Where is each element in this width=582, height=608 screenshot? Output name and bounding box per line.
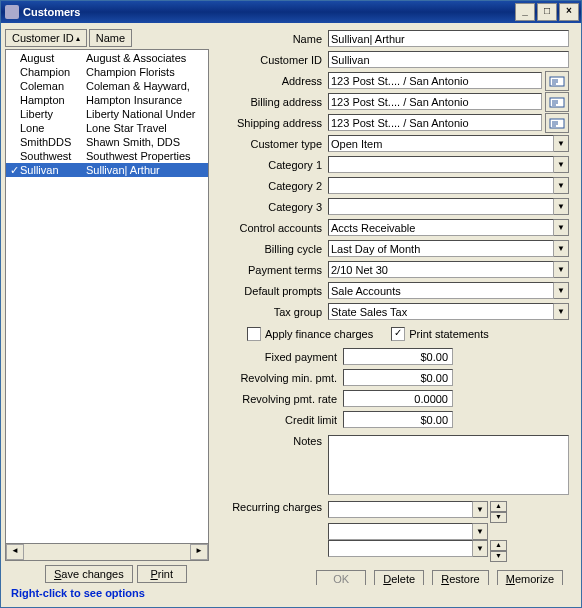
- list-item[interactable]: [6, 177, 208, 191]
- category3-input[interactable]: [328, 198, 554, 215]
- list-name: Coleman & Hayward,: [86, 79, 206, 93]
- recurring-down2-button[interactable]: ▼: [490, 551, 507, 562]
- recurring-up-button[interactable]: ▲: [490, 501, 507, 512]
- list-name: Liberty National Under: [86, 107, 206, 121]
- billing-detail-button[interactable]: [545, 92, 569, 112]
- scroll-left-button[interactable]: ◄: [6, 544, 24, 560]
- revolving-rate-label: Revolving pmt. rate: [217, 393, 343, 405]
- list-item[interactable]: SouthwestSouthwest Properties: [6, 149, 208, 163]
- control-accounts-combo[interactable]: ▼: [328, 219, 569, 236]
- list-item[interactable]: AugustAugust & Associates: [6, 51, 208, 65]
- control-accounts-dropdown-icon[interactable]: ▼: [554, 219, 569, 236]
- category2-input[interactable]: [328, 177, 554, 194]
- customer-type-dropdown-icon[interactable]: ▼: [554, 135, 569, 152]
- list-item[interactable]: SmithDDSShawn Smith, DDS: [6, 135, 208, 149]
- recurring-charge-2-combo[interactable]: ▼: [328, 523, 488, 540]
- revolving-min-field[interactable]: [343, 369, 453, 386]
- customer-type-input[interactable]: [328, 135, 554, 152]
- payment-terms-combo[interactable]: ▼: [328, 261, 569, 278]
- save-changes-button[interactable]: Save changes: [45, 565, 133, 583]
- customer-type-combo[interactable]: ▼: [328, 135, 569, 152]
- credit-limit-field[interactable]: [343, 411, 453, 428]
- list-item[interactable]: LibertyLiberty National Under: [6, 107, 208, 121]
- address-detail-button[interactable]: [545, 71, 569, 91]
- category1-combo[interactable]: ▼: [328, 156, 569, 173]
- default-prompts-input[interactable]: [328, 282, 554, 299]
- payment-terms-input[interactable]: [328, 261, 554, 278]
- address-field[interactable]: [328, 72, 542, 89]
- shipping-address-field[interactable]: [328, 114, 542, 131]
- recurring-charge-1-combo[interactable]: ▼: [328, 501, 488, 523]
- list-id: August: [20, 51, 86, 65]
- header-name-label: Name: [96, 32, 125, 44]
- scroll-right-button[interactable]: ►: [190, 544, 208, 560]
- minimize-button[interactable]: _: [515, 3, 535, 21]
- control-accounts-input[interactable]: [328, 219, 554, 236]
- revolving-min-label: Revolving min. pmt.: [217, 372, 343, 384]
- tax-group-combo[interactable]: ▼: [328, 303, 569, 320]
- list-item[interactable]: ColemanColeman & Hayward,: [6, 79, 208, 93]
- name-field[interactable]: [328, 30, 569, 47]
- fixed-payment-field[interactable]: [343, 348, 453, 365]
- list-item[interactable]: LoneLone Star Travel: [6, 121, 208, 135]
- payment-terms-label: Payment terms: [217, 264, 328, 276]
- print-list-button[interactable]: Print: [137, 565, 187, 583]
- shipping-detail-button[interactable]: [545, 113, 569, 133]
- recurring-charge-1-input[interactable]: [328, 501, 473, 518]
- checkmark-icon: [8, 121, 20, 135]
- recurring-charge-3-combo[interactable]: ▼: [328, 540, 488, 562]
- recurring-charge-2-input[interactable]: [328, 523, 473, 540]
- category2-combo[interactable]: ▼: [328, 177, 569, 194]
- billing-cycle-dropdown-icon[interactable]: ▼: [554, 240, 569, 257]
- recurring-charge-2-dropdown-icon[interactable]: ▼: [473, 523, 488, 540]
- category3-combo[interactable]: ▼: [328, 198, 569, 215]
- recurring-charge-1-dropdown-icon[interactable]: ▼: [473, 501, 488, 518]
- tax-group-input[interactable]: [328, 303, 554, 320]
- header-name[interactable]: Name: [89, 29, 132, 47]
- header-customer-id[interactable]: Customer ID ▴: [5, 29, 87, 47]
- close-button[interactable]: ×: [559, 3, 579, 21]
- default-prompts-combo[interactable]: ▼: [328, 282, 569, 299]
- billing-cycle-input[interactable]: [328, 240, 554, 257]
- list-item[interactable]: ✓SullivanSullivan| Arthur: [6, 163, 208, 177]
- notes-label: Notes: [217, 435, 328, 447]
- header-customer-id-label: Customer ID: [12, 32, 74, 44]
- customer-list[interactable]: AugustAugust & AssociatesChampionChampio…: [5, 49, 209, 544]
- billing-address-field[interactable]: [328, 93, 542, 110]
- delete-button[interactable]: Delete: [374, 570, 424, 585]
- category1-dropdown-icon[interactable]: ▼: [554, 156, 569, 173]
- restore-button[interactable]: Restore: [432, 570, 489, 585]
- list-name: Sullivan| Arthur: [86, 163, 206, 177]
- category3-dropdown-icon[interactable]: ▼: [554, 198, 569, 215]
- list-id: Southwest: [20, 149, 86, 163]
- category1-input[interactable]: [328, 156, 554, 173]
- list-id: [20, 177, 86, 191]
- recurring-charge-3-dropdown-icon[interactable]: ▼: [473, 540, 488, 557]
- revolving-rate-field[interactable]: [343, 390, 453, 407]
- memorize-button[interactable]: Memorize: [497, 570, 563, 585]
- recurring-charge-3-input[interactable]: [328, 540, 473, 557]
- payment-terms-dropdown-icon[interactable]: ▼: [554, 261, 569, 278]
- list-name: August & Associates: [86, 51, 206, 65]
- category2-dropdown-icon[interactable]: ▼: [554, 177, 569, 194]
- customer-type-label: Customer type: [217, 138, 328, 150]
- list-item[interactable]: ChampionChampion Florists: [6, 65, 208, 79]
- recurring-down-button[interactable]: ▼: [490, 512, 507, 523]
- shipping-address-label: Shipping address: [217, 117, 328, 129]
- apply-finance-charges-checkbox[interactable]: Apply finance charges: [247, 327, 373, 341]
- ok-button[interactable]: OK: [316, 570, 366, 585]
- recurring-up2-button[interactable]: ▲: [490, 540, 507, 551]
- maximize-button[interactable]: □: [537, 3, 557, 21]
- print-statements-checkbox[interactable]: ✓Print statements: [391, 327, 488, 341]
- title-bar[interactable]: Customers _ □ ×: [1, 1, 581, 23]
- default-prompts-dropdown-icon[interactable]: ▼: [554, 282, 569, 299]
- notes-field[interactable]: [328, 435, 569, 495]
- tax-group-dropdown-icon[interactable]: ▼: [554, 303, 569, 320]
- tax-group-label: Tax group: [217, 306, 328, 318]
- billing-cycle-combo[interactable]: ▼: [328, 240, 569, 257]
- list-id: Lone: [20, 121, 86, 135]
- customer-id-field[interactable]: [328, 51, 569, 68]
- customer-id-label: Customer ID: [217, 54, 328, 66]
- horizontal-scrollbar[interactable]: ◄ ►: [5, 544, 209, 561]
- list-item[interactable]: HamptonHampton Insurance: [6, 93, 208, 107]
